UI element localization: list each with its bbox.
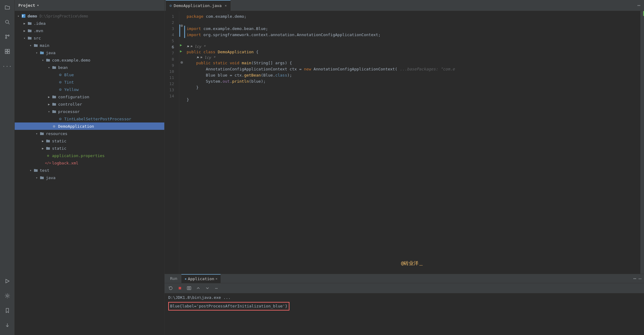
folder-icon — [33, 43, 39, 47]
tree-item-test[interactable]: ▾ test — [15, 167, 164, 174]
tab-application[interactable]: ▪ Application × — [181, 274, 220, 283]
screenshot-button[interactable] — [185, 284, 193, 292]
gutter: ▶ ▶ — [179, 11, 184, 274]
sidebar-header: Project ▾ — [15, 0, 164, 11]
tree-item-static[interactable]: ▶ static — [15, 137, 164, 145]
line-num-13: 13 — [165, 87, 177, 93]
bottom-minimize-icon[interactable]: — — [638, 276, 642, 281]
bottom-more-icon[interactable]: ⋯ — [633, 276, 636, 281]
tree-item-configuration[interactable]: ▶ configuration — [15, 93, 164, 100]
run-line7-icon[interactable]: ▶ — [180, 49, 182, 53]
java-class-icon: ⊙ — [58, 72, 63, 77]
tree-item-mvn[interactable]: ▶ .mvn — [15, 27, 164, 34]
tree-item-controller[interactable]: ▶ controller — [15, 100, 164, 108]
svg-point-17 — [188, 288, 190, 289]
rerun-button[interactable] — [167, 284, 174, 292]
project-icon: P — [21, 14, 26, 18]
tree-item-idea[interactable]: ▶ .idea — [15, 20, 164, 27]
expand-arrow: ▶ — [22, 22, 27, 25]
line-num-10: 10 — [165, 69, 177, 75]
tab-close-button[interactable]: × — [225, 4, 227, 8]
tab-demoapplication[interactable]: ⊙ DemoApplication.java × — [166, 0, 231, 11]
code-area[interactable]: package com.example.demo; import com.exa… — [184, 11, 640, 274]
tree-item-templates[interactable]: ▶ static — [15, 145, 164, 152]
folder-icon — [27, 29, 32, 32]
tree-item-logback-xml[interactable]: </> logback.xml — [15, 159, 164, 167]
xml-icon: </> — [45, 161, 51, 165]
tree-item-java-test[interactable]: ▾ java — [15, 174, 164, 181]
tree-item-demo[interactable]: ▾ P demo D:\SpringPractice\demo — [15, 12, 164, 20]
tree-item-java[interactable]: ▾ java — [15, 49, 164, 56]
package-icon — [45, 58, 51, 62]
tree-item-main[interactable]: ▾ main — [15, 42, 164, 49]
tree-item-processor[interactable]: ▾ processor — [15, 108, 164, 115]
console-output-line: Blue{label='postProcessAfterInitializati… — [168, 302, 640, 311]
scroll-up-button[interactable] — [195, 284, 202, 292]
tab-more-button[interactable]: ⋯ — [635, 2, 643, 8]
tree-item-tint[interactable]: ⊙ Tint — [15, 78, 164, 86]
bottom-panel-tabs: Run ▪ Application × ⋯ — — [165, 274, 644, 283]
tree-item-tintlabelsetterpostprocessor[interactable]: ⊙ TintLabelSetterPostProcessor — [15, 115, 164, 122]
code-line-1: package com.example.demo; — [184, 13, 640, 20]
line-numbers: 1 2 3 4 5 6 7 8 9 10 11 12 13 14 — [165, 11, 179, 274]
config-folder-icon — [51, 95, 57, 99]
expand-arrow: ▾ — [28, 169, 33, 172]
svg-point-11 — [6, 295, 8, 297]
line-num-8: 8 — [165, 56, 177, 62]
line-num-6: 6 — [165, 44, 177, 50]
search-icon[interactable] — [2, 17, 12, 27]
expand-arrow: ▾ — [34, 176, 39, 179]
left-border-indicator — [184, 32, 185, 38]
tree-item-bean[interactable]: ▾ bean — [15, 64, 164, 71]
run-line6-icon[interactable]: ▶ — [180, 43, 182, 47]
line-num-12: 12 — [165, 81, 177, 87]
java-class-icon: ⊙ — [58, 80, 63, 85]
expand-arrow: ▶ — [40, 147, 45, 150]
plugin-icon[interactable] — [2, 47, 12, 56]
line-num-2: 2 — [165, 20, 177, 26]
bottom-panel: Run ▪ Application × ⋯ — — [165, 274, 644, 335]
bottom-panel-actions: ⋯ — — [633, 276, 642, 281]
code-line-8: AnnotationConfigApplicationContext ctx =… — [184, 66, 640, 72]
folder-icon[interactable] — [2, 2, 12, 12]
arrow-down-icon[interactable] — [2, 320, 12, 330]
svg-point-4 — [6, 35, 7, 36]
tree-item-application-properties[interactable]: ⚙ application.properties — [15, 152, 164, 159]
tab-run[interactable]: Run — [167, 274, 180, 283]
controller-folder-icon — [51, 102, 57, 106]
folder-icon — [27, 36, 32, 40]
code-editor: 1 2 3 4 5 6 7 8 9 10 11 12 13 14 ▶ — [165, 11, 644, 274]
svg-rect-8 — [5, 52, 7, 54]
tree-item-yellow[interactable]: ⊙ Yellow — [15, 86, 164, 93]
editor-tabs: ⊙ DemoApplication.java × ⋯ — [165, 0, 644, 11]
tree-item-blue[interactable]: ⊙ Blue — [15, 71, 164, 78]
more-icon[interactable]: ··· — [2, 61, 12, 71]
sidebar: Project ▾ ▾ P demo D:\SpringPractice\dem… — [15, 0, 165, 335]
expand-arrow: ▾ — [40, 58, 45, 62]
scroll-down-button[interactable] — [204, 284, 211, 292]
expand-arrow: ▾ — [47, 66, 51, 69]
static-folder-icon — [45, 139, 51, 143]
line-num-9: 9 — [165, 62, 177, 69]
code-line-13: } — [184, 97, 640, 103]
svg-rect-6 — [5, 49, 7, 51]
watermark-text: @砖业洋＿ — [401, 260, 424, 266]
tree-item-src[interactable]: ▾ src — [15, 34, 164, 42]
more-options-button[interactable]: ⋯ — [213, 284, 220, 292]
settings-icon[interactable] — [2, 291, 12, 301]
tree-item-com-example-demo[interactable]: ▾ com.example.demo — [15, 56, 164, 64]
console-path: D:\JDK1.8\bin\java.exe ... — [168, 295, 640, 301]
run-debug-icon[interactable] — [2, 276, 12, 286]
processor-folder-icon — [51, 110, 57, 113]
run-toolbar: ⋯ — [165, 283, 644, 293]
java-class-icon: ⊙ — [58, 87, 63, 92]
java-class-icon: ⊙ — [58, 116, 63, 121]
editor-scrollbar[interactable] — [640, 11, 644, 274]
git-icon[interactable] — [2, 32, 12, 42]
stop-button[interactable] — [176, 284, 184, 292]
tree-item-resources[interactable]: ▾ resources — [15, 130, 164, 137]
bookmark-icon[interactable] — [2, 306, 12, 315]
tab-application-close[interactable]: × — [215, 277, 218, 281]
tree-item-demoapplication[interactable]: ⊙ DemoApplication — [15, 122, 164, 130]
line-num-4: 4 — [165, 32, 177, 38]
